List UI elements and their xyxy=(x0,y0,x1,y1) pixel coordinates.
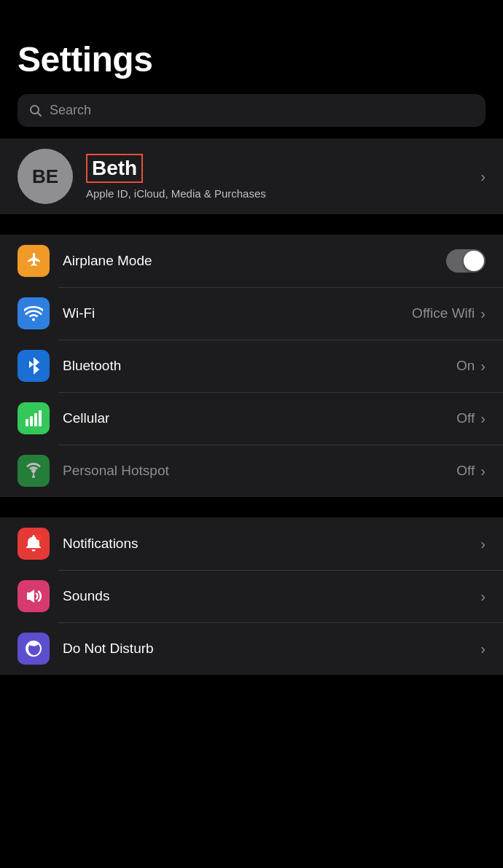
page-title: Settings xyxy=(17,39,486,79)
personal-hotspot-chevron: › xyxy=(480,463,486,480)
svg-rect-2 xyxy=(26,419,28,426)
profile-chevron: › xyxy=(480,168,486,185)
notifications-label: Notifications xyxy=(63,536,480,552)
sounds-label: Sounds xyxy=(63,588,480,604)
hotspot-icon xyxy=(23,461,44,481)
do-not-disturb-icon-box xyxy=(17,633,50,665)
avatar-initials: BE xyxy=(32,165,58,188)
profile-subtitle: Apple ID, iCloud, Media & Purchases xyxy=(86,187,467,200)
sounds-icon xyxy=(24,587,43,606)
sounds-chevron: › xyxy=(480,588,486,605)
do-not-disturb-chevron: › xyxy=(480,641,486,657)
system-settings-group: Notifications › Sounds › Do Not Disturb … xyxy=(0,517,503,675)
profile-info: Beth Apple ID, iCloud, Media & Purchases xyxy=(86,154,467,200)
wifi-icon xyxy=(24,305,43,321)
search-placeholder: Search xyxy=(50,103,91,118)
connectivity-settings-group: Airplane Mode Wi-Fi Office Wifi › Blueto… xyxy=(0,235,503,497)
do-not-disturb-icon xyxy=(24,639,43,658)
wifi-label: Wi-Fi xyxy=(63,305,412,321)
page-header: Settings xyxy=(0,0,503,88)
search-icon xyxy=(29,104,42,117)
svg-point-6 xyxy=(31,469,36,473)
profile-section: BE Beth Apple ID, iCloud, Media & Purcha… xyxy=(0,138,503,214)
sounds-icon-box xyxy=(17,580,50,612)
airplane-mode-label: Airplane Mode xyxy=(63,253,446,269)
bluetooth-icon xyxy=(26,356,42,376)
search-bar-container: Search xyxy=(0,88,503,138)
wifi-chevron: › xyxy=(480,305,486,322)
notifications-icon xyxy=(25,533,42,554)
personal-hotspot-row[interactable]: Personal Hotspot Off › xyxy=(0,445,503,497)
bluetooth-row[interactable]: Bluetooth On › xyxy=(0,340,503,392)
cellular-row[interactable]: Cellular Off › xyxy=(0,392,503,445)
profile-name: Beth xyxy=(92,157,137,179)
do-not-disturb-row[interactable]: Do Not Disturb › xyxy=(0,622,503,675)
profile-name-highlight: Beth xyxy=(86,154,143,183)
airplane-icon xyxy=(24,251,43,270)
bluetooth-icon-box xyxy=(17,350,50,382)
sounds-row[interactable]: Sounds › xyxy=(0,570,503,622)
avatar: BE xyxy=(17,149,73,204)
bluetooth-value: On xyxy=(456,358,475,374)
svg-line-1 xyxy=(38,112,42,116)
cellular-icon-box xyxy=(17,402,50,434)
profile-row[interactable]: BE Beth Apple ID, iCloud, Media & Purcha… xyxy=(0,138,503,214)
wifi-icon-box xyxy=(17,297,50,329)
svg-marker-9 xyxy=(27,590,34,603)
cellular-icon xyxy=(24,409,43,428)
cellular-chevron: › xyxy=(480,410,486,427)
cellular-value: Off xyxy=(456,410,475,426)
svg-rect-4 xyxy=(34,413,37,426)
airplane-mode-icon-box xyxy=(17,245,50,277)
svg-rect-3 xyxy=(30,416,33,426)
svg-rect-5 xyxy=(39,410,42,426)
notifications-icon-box xyxy=(17,528,50,560)
notifications-row[interactable]: Notifications › xyxy=(0,517,503,570)
personal-hotspot-icon-box xyxy=(17,455,50,487)
airplane-mode-toggle-knob xyxy=(464,251,484,271)
bluetooth-chevron: › xyxy=(480,358,486,375)
wifi-row[interactable]: Wi-Fi Office Wifi › xyxy=(0,287,503,340)
svg-point-8 xyxy=(36,534,42,540)
cellular-label: Cellular xyxy=(63,410,456,426)
airplane-mode-row[interactable]: Airplane Mode xyxy=(0,235,503,287)
wifi-value: Office Wifi xyxy=(412,305,475,321)
bluetooth-label: Bluetooth xyxy=(63,358,456,374)
airplane-mode-toggle[interactable] xyxy=(446,249,486,273)
personal-hotspot-value: Off xyxy=(456,463,475,479)
do-not-disturb-label: Do Not Disturb xyxy=(63,641,480,657)
search-bar[interactable]: Search xyxy=(17,94,486,127)
notifications-chevron: › xyxy=(480,536,486,552)
personal-hotspot-label: Personal Hotspot xyxy=(63,463,456,479)
